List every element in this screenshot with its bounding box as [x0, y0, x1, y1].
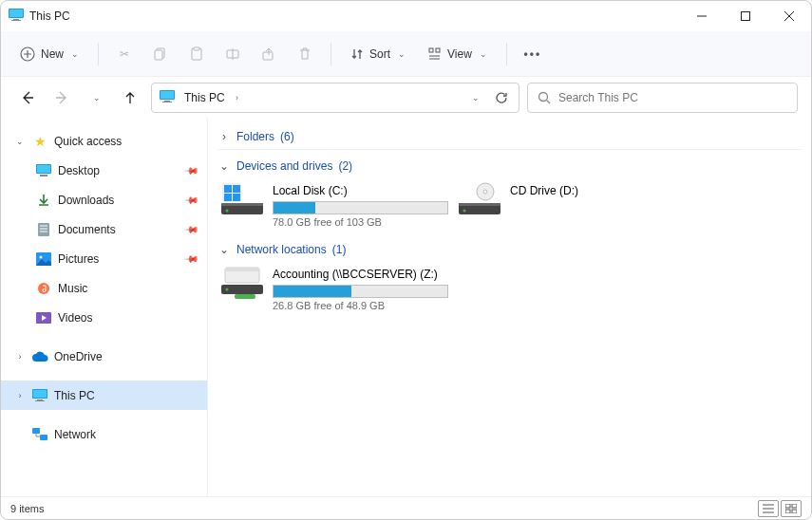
svg-rect-67	[785, 504, 790, 508]
group-label: Devices and drives	[236, 159, 332, 173]
sidebar-item-label: Downloads	[58, 194, 114, 207]
svg-rect-18	[429, 48, 433, 52]
svg-rect-5	[742, 12, 750, 21]
svg-rect-57	[459, 203, 500, 206]
svg-rect-32	[38, 223, 49, 236]
svg-rect-1	[9, 9, 23, 17]
sidebar-item-label: Documents	[58, 223, 116, 236]
share-icon	[261, 46, 276, 62]
sidebar-item-network[interactable]: › Network	[1, 419, 207, 449]
sidebar-item-label: Music	[58, 282, 87, 295]
sidebar-item-documents[interactable]: Documents 📌	[1, 214, 207, 244]
recent-locations-button[interactable]: ⌄	[83, 84, 109, 111]
search-input[interactable]	[558, 91, 787, 104]
chevron-down-icon: ⌄	[14, 137, 26, 146]
chevron-right-icon: ›	[236, 93, 238, 102]
svg-rect-2	[13, 19, 19, 20]
address-dropdown-button[interactable]: ⌄	[462, 84, 488, 111]
svg-point-58	[463, 210, 466, 213]
sidebar-item-downloads[interactable]: Downloads 📌	[1, 185, 207, 214]
svg-rect-24	[164, 101, 170, 102]
group-header-network[interactable]: ⌄ Network locations (1)	[208, 239, 811, 260]
view-icon	[428, 47, 442, 61]
svg-rect-17	[263, 52, 273, 60]
svg-point-55	[483, 190, 487, 194]
sort-button[interactable]: Sort ⌄	[341, 38, 415, 70]
chevron-down-icon: ⌄	[93, 93, 101, 102]
pictures-icon	[35, 251, 52, 268]
sidebar-item-this-pc[interactable]: › This PC	[1, 381, 207, 410]
pin-icon: 📌	[184, 192, 199, 207]
drive-name: Accounting (\\BCCSERVER) (Z:)	[273, 268, 451, 281]
group-header-folders[interactable]: › Folders (6)	[208, 126, 811, 147]
chevron-down-icon: ⌄	[480, 49, 487, 59]
scissors-icon: ✂	[120, 47, 129, 61]
refresh-button[interactable]	[488, 84, 515, 111]
tiles-icon	[785, 504, 797, 513]
item-count: 9 items	[10, 503, 44, 514]
details-view-button[interactable]	[758, 500, 779, 517]
cut-button[interactable]: ✂	[108, 38, 141, 70]
forward-button[interactable]	[48, 84, 75, 111]
ellipsis-icon: •••	[524, 47, 542, 61]
svg-rect-68	[792, 504, 797, 508]
delete-button[interactable]	[289, 38, 321, 70]
sidebar-item-music[interactable]: Music	[1, 273, 207, 303]
rename-button[interactable]	[217, 38, 249, 70]
group-count: (2)	[338, 159, 352, 173]
copy-button[interactable]	[144, 38, 177, 70]
sidebar-item-desktop[interactable]: Desktop 📌	[1, 156, 207, 185]
pin-icon: 📌	[184, 221, 199, 236]
sidebar-item-videos[interactable]: Videos	[1, 303, 207, 332]
local-disk-icon	[221, 182, 263, 216]
breadcrumb[interactable]: This PC ›	[180, 89, 242, 106]
sidebar-item-onedrive[interactable]: › OneDrive	[1, 342, 207, 371]
svg-point-62	[226, 288, 229, 291]
drive-cd[interactable]: CD Drive (D:)	[455, 178, 692, 232]
group-label: Folders	[236, 130, 274, 143]
drive-network-accounting[interactable]: Accounting (\\BCCSERVER) (Z:) 26.8 GB fr…	[217, 262, 455, 315]
share-button[interactable]	[253, 38, 285, 70]
more-button[interactable]: •••	[517, 38, 549, 70]
svg-rect-41	[33, 390, 47, 398]
cd-drive-icon	[459, 182, 500, 216]
chevron-down-icon: ⌄	[472, 93, 480, 102]
svg-rect-43	[35, 400, 45, 401]
sidebar-item-quick-access[interactable]: ⌄ ★ Quick access	[1, 126, 207, 156]
search-icon	[538, 91, 551, 104]
new-button[interactable]: New ⌄	[10, 38, 88, 70]
up-button[interactable]	[117, 84, 143, 111]
svg-point-26	[539, 93, 548, 102]
group-header-devices[interactable]: ⌄ Devices and drives (2)	[208, 156, 811, 176]
capacity-bar	[273, 201, 448, 214]
drive-local-disk[interactable]: Local Disk (C:) 78.0 GB free of 103 GB	[217, 178, 455, 232]
group-label: Network locations	[236, 243, 327, 256]
sort-icon	[350, 47, 364, 61]
drive-name: Local Disk (C:)	[273, 184, 451, 197]
paste-button[interactable]	[180, 38, 213, 70]
titlebar: This PC	[1, 1, 811, 31]
svg-rect-45	[40, 435, 47, 440]
tiles-view-button[interactable]	[781, 500, 802, 517]
svg-rect-49	[224, 194, 232, 201]
svg-rect-3	[11, 20, 21, 21]
svg-rect-30	[40, 175, 47, 176]
sidebar-item-pictures[interactable]: Pictures 📌	[1, 244, 207, 273]
star-icon: ★	[31, 133, 48, 150]
address-bar[interactable]: This PC › ⌄	[151, 83, 519, 113]
close-button[interactable]	[767, 1, 811, 31]
pin-icon: 📌	[184, 162, 199, 177]
documents-icon	[35, 221, 52, 238]
search-box[interactable]	[527, 83, 798, 113]
maximize-button[interactable]	[724, 1, 767, 31]
view-button[interactable]: View ⌄	[419, 38, 497, 70]
back-button[interactable]	[14, 84, 41, 111]
svg-rect-23	[161, 91, 174, 99]
svg-rect-42	[37, 399, 43, 400]
minimize-button[interactable]	[680, 1, 724, 31]
svg-rect-69	[785, 510, 790, 513]
chevron-down-icon: ⌄	[217, 159, 231, 173]
copy-icon	[153, 46, 168, 62]
group-count: (1)	[332, 243, 347, 256]
music-icon	[35, 280, 52, 297]
